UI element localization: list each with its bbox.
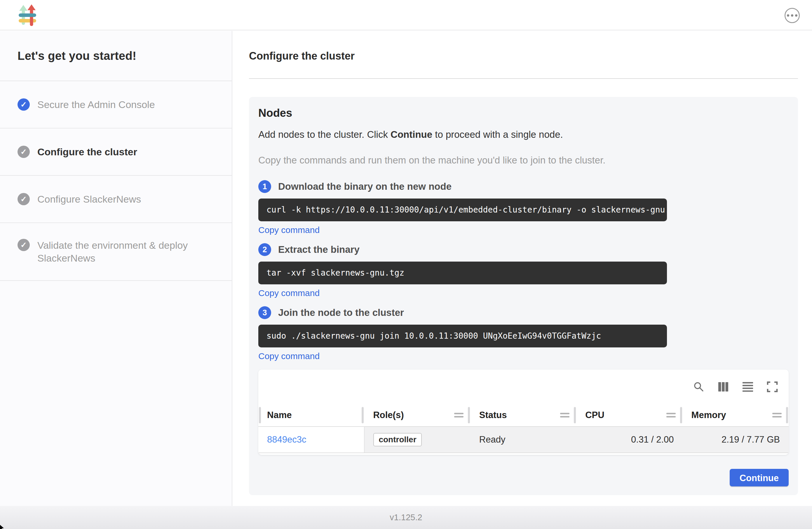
card-actions: Continue — [258, 469, 789, 486]
table-header-row: Name Role(s) Status — [258, 404, 789, 427]
node-name-link[interactable]: 8849ec3c — [267, 434, 306, 445]
join-hint: Copy the commands and run them on the ma… — [258, 155, 789, 166]
admin-console-page: Let's get you started! ✓ Secure the Admi… — [0, 0, 812, 529]
step-number-badge: 2 — [258, 243, 271, 256]
copy-command-link[interactable]: Copy command — [258, 288, 320, 298]
column-drag-handle-icon[interactable] — [454, 413, 464, 417]
step-2-command-block: tar -xvf slackernews-gnu.tgz — [258, 261, 667, 284]
step-3-command-block: sudo ./slackernews-gnu join 10.0.0.11:30… — [258, 325, 667, 347]
sidebar-item-label: Configure the cluster — [38, 145, 137, 158]
page-title: Configure the cluster — [249, 49, 798, 62]
column-resize-bar[interactable] — [468, 407, 470, 423]
step-title: Join the node to the cluster — [278, 307, 404, 318]
nodes-card: Nodes Add nodes to the cluster. Click Co… — [249, 97, 798, 495]
column-drag-handle-icon[interactable] — [666, 413, 676, 417]
column-resize-bar[interactable] — [786, 407, 788, 423]
nodes-intro: Add nodes to the cluster. Click Continue… — [258, 129, 789, 140]
step-title: Extract the binary — [278, 244, 360, 255]
setup-steps-sidebar: Let's get you started! ✓ Secure the Admi… — [0, 31, 232, 506]
mouse-cursor — [0, 523, 6, 529]
continue-button[interactable]: Continue — [730, 469, 789, 486]
node-table-row: 8849ec3c controller Ready 0.31 / 2.00 2.… — [258, 427, 789, 453]
node-cpu-cell: 0.31 / 2.00 — [577, 427, 682, 453]
ellipsis-icon — [791, 14, 793, 17]
copy-command-link[interactable]: Copy command — [258, 225, 320, 235]
version-label: v1.125.2 — [390, 513, 422, 522]
column-resize-bar[interactable] — [574, 407, 576, 423]
sidebar-item-validate-deploy: ✓ Validate the environment & deploy Slac… — [0, 223, 232, 281]
sidebar-item-secure-admin-console: ✓ Secure the Admin Console — [0, 81, 232, 128]
intro-continue-emphasis: Continue — [391, 129, 432, 140]
search-icon[interactable] — [693, 381, 705, 393]
fullscreen-icon[interactable] — [767, 381, 778, 393]
node-memory-cell: 2.19 / 7.77 GB — [683, 427, 789, 453]
sidebar-item-label: Validate the environment & deploy Slacke… — [38, 239, 218, 264]
sidebar-item-configure-cluster: ✓ Configure the cluster — [0, 128, 232, 176]
nodes-table-card: Name Role(s) Status — [258, 370, 789, 455]
sidebar-title: Let's get you started! — [17, 49, 136, 62]
column-header-memory: Memory — [683, 404, 789, 427]
column-drag-handle-icon[interactable] — [560, 413, 569, 417]
column-resize-bar[interactable] — [680, 407, 682, 423]
check-circle-icon: ✓ — [17, 146, 30, 158]
step-1-command-block: curl -k https://10.0.0.11:30000/api/v1/e… — [258, 199, 667, 221]
step-title: Download the binary on the new node — [278, 181, 451, 192]
title-divider — [249, 78, 798, 79]
check-circle-icon: ✓ — [17, 98, 30, 111]
column-header-cpu: CPU — [577, 404, 682, 427]
step-1-header: 1 Download the binary on the new node — [258, 180, 789, 193]
check-circle-icon: ✓ — [17, 239, 30, 251]
sidebar-item-label: Secure the Admin Console — [38, 98, 155, 111]
role-badge: controller — [373, 433, 421, 446]
step-3-header: 3 Join the node to the cluster — [258, 306, 789, 319]
node-name-cell: 8849ec3c — [258, 427, 364, 453]
sidebar-item-configure-slackernews: ✓ Configure SlackerNews — [0, 176, 232, 223]
column-resize-bar[interactable] — [259, 407, 261, 423]
intro-prefix: Add nodes to the cluster. Click — [258, 129, 391, 140]
footer: v1.125.2 — [0, 506, 812, 529]
copy-command-link[interactable]: Copy command — [258, 352, 320, 361]
sidebar-item-label: Configure SlackerNews — [38, 193, 141, 205]
nodes-table: Name Role(s) Status — [258, 404, 789, 453]
view-columns-icon[interactable] — [717, 381, 729, 393]
column-drag-handle-icon[interactable] — [772, 413, 782, 417]
node-roles-cell: controller — [364, 427, 470, 453]
nodes-heading: Nodes — [258, 97, 789, 120]
intro-suffix: to proceed with a single node. — [432, 129, 563, 140]
column-resize-bar[interactable] — [362, 407, 364, 423]
sidebar-header: Let's get you started! — [0, 31, 232, 81]
step-number-badge: 3 — [258, 306, 271, 319]
topbar — [0, 0, 812, 30]
step-2-header: 2 Extract the binary — [258, 243, 789, 256]
column-header-name: Name — [258, 404, 364, 427]
more-menu-button[interactable] — [785, 8, 800, 23]
column-header-status: Status — [470, 404, 577, 427]
main-content: Configure the cluster Nodes Add nodes to… — [233, 31, 812, 506]
slackernews-logo — [18, 4, 37, 26]
check-circle-icon: ✓ — [17, 193, 30, 205]
node-status-cell: Ready — [470, 427, 577, 453]
column-header-roles: Role(s) — [364, 404, 470, 427]
ellipsis-icon — [787, 14, 789, 17]
step-number-badge: 1 — [258, 180, 271, 193]
ellipsis-icon — [795, 14, 797, 17]
density-icon[interactable] — [742, 381, 754, 393]
table-toolbar — [258, 370, 789, 404]
